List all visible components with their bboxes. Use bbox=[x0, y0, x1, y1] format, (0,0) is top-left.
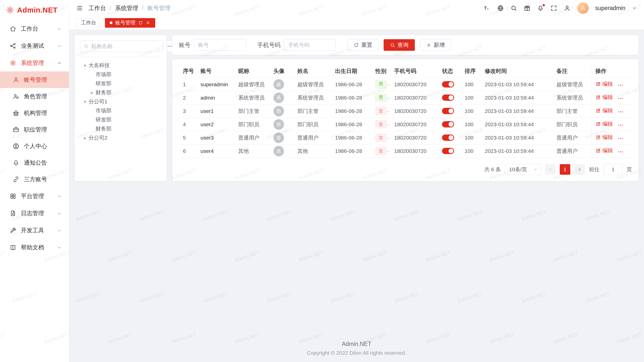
close-tab-icon[interactable] bbox=[146, 20, 150, 25]
tree-node-label: 研发部 bbox=[96, 80, 111, 87]
sidebar-item-platform[interactable]: 平台管理 bbox=[0, 188, 69, 205]
row-more-button[interactable] bbox=[618, 135, 624, 142]
sidebar-subitem-account[interactable]: 账号管理 bbox=[0, 71, 69, 88]
cell-modified: 2023-01-03 10:59:44 bbox=[481, 118, 552, 131]
profile-icon[interactable] bbox=[564, 5, 571, 12]
sidebar-subitem-notice[interactable]: 通知公告 bbox=[0, 154, 69, 171]
status-toggle[interactable] bbox=[442, 81, 454, 87]
sidebar-item-business-test[interactable]: 业务测试 bbox=[0, 37, 69, 54]
tree-node[interactable]: ▾ 分公司1 bbox=[80, 97, 161, 106]
search-button[interactable]: 查询 bbox=[384, 39, 415, 51]
cell-order: 100 bbox=[461, 118, 481, 131]
notification-bell[interactable] bbox=[537, 5, 544, 12]
sidebar-subitem-label: 通知公告 bbox=[24, 159, 62, 167]
edit-icon bbox=[595, 81, 601, 87]
row-more-button[interactable] bbox=[618, 149, 624, 155]
org-search-field bbox=[80, 40, 164, 52]
font-size-icon[interactable]: Tt bbox=[484, 5, 491, 12]
edit-button[interactable]: 编辑 bbox=[595, 107, 613, 114]
status-toggle[interactable] bbox=[442, 134, 454, 141]
cell-birth: 1986-06-28 bbox=[331, 104, 371, 118]
account-table: 序号账号昵称头像姓名出生日期性别手机号码状态排序修改时间备注操作 1 super… bbox=[179, 65, 632, 158]
cell-avatar: 部 bbox=[269, 104, 293, 118]
page-number-1[interactable]: 1 bbox=[560, 164, 570, 175]
phone-input[interactable] bbox=[284, 39, 336, 51]
edit-button[interactable]: 编辑 bbox=[595, 134, 613, 141]
username[interactable]: superadmin bbox=[595, 5, 625, 12]
svg-text:T: T bbox=[484, 6, 487, 11]
tab-label: 工作台 bbox=[81, 19, 96, 26]
row-more-button[interactable] bbox=[618, 122, 624, 128]
breadcrumb-item[interactable]: 账号管理 bbox=[147, 4, 171, 12]
sidebar-subitem-org[interactable]: 机构管理 bbox=[0, 105, 69, 121]
table-row: 6 user4 其他 其 其他 1986-06-28 女 18020030720… bbox=[179, 144, 632, 158]
row-more-button[interactable] bbox=[618, 96, 624, 102]
tree-node[interactable]: 研发部 bbox=[80, 79, 161, 88]
edit-button[interactable]: 编辑 bbox=[595, 80, 613, 87]
hamburger-icon[interactable] bbox=[76, 5, 83, 12]
status-toggle[interactable] bbox=[442, 95, 454, 101]
sidebar-subitem-third-account[interactable]: 三方账号 bbox=[0, 171, 69, 188]
cell-account: admin bbox=[196, 91, 234, 104]
edit-icon bbox=[595, 95, 601, 100]
tree-node[interactable]: ▸ 分公司2 bbox=[80, 133, 161, 142]
account-input[interactable] bbox=[194, 39, 246, 51]
user-avatar[interactable] bbox=[577, 2, 589, 14]
sidebar-subitem-position[interactable]: 职位管理 bbox=[0, 121, 69, 138]
sidebar-subitem-role[interactable]: 角色管理 bbox=[0, 88, 69, 105]
sidebar-subitem-profile[interactable]: 个人中心 bbox=[0, 138, 69, 154]
globe-icon[interactable] bbox=[497, 5, 504, 12]
goto-page-input[interactable] bbox=[603, 164, 623, 175]
status-toggle[interactable] bbox=[442, 148, 454, 154]
sidebar-item-devtools[interactable]: 开发工具 bbox=[0, 222, 69, 239]
sidebar-item-help[interactable]: 帮助文档 bbox=[0, 239, 69, 256]
tree-node[interactable]: 市场部 bbox=[80, 70, 161, 79]
breadcrumb-item[interactable]: 工作台 bbox=[89, 4, 106, 12]
edit-button[interactable]: 编辑 bbox=[595, 147, 613, 154]
breadcrumb-item[interactable]: 系统管理 bbox=[115, 4, 138, 12]
cell-remark: 普通用户 bbox=[552, 144, 591, 158]
prev-page-button[interactable] bbox=[545, 164, 556, 175]
refresh-tab-icon[interactable] bbox=[138, 20, 143, 25]
fullscreen-icon[interactable] bbox=[550, 5, 557, 12]
pagination-total: 共 6 条 bbox=[484, 166, 501, 173]
cell-index: 6 bbox=[179, 144, 196, 158]
reset-button[interactable]: 重置 bbox=[347, 39, 379, 51]
tree-node[interactable]: ▾ 大名科技 bbox=[80, 61, 161, 70]
tree-node[interactable]: 市场部 bbox=[80, 106, 161, 115]
page-size-select[interactable]: 10条/页 bbox=[505, 164, 541, 175]
cell-status bbox=[438, 131, 461, 144]
tree-node[interactable]: 研发部 bbox=[80, 115, 161, 124]
cell-phone: 18020030720 bbox=[390, 91, 438, 104]
footer-copyright: Copyright © 2022 Dilon All rights reserv… bbox=[74, 350, 639, 356]
tree-node[interactable]: 财务部 bbox=[80, 124, 161, 133]
org-search-input[interactable] bbox=[91, 43, 160, 50]
gender-tag: 男 bbox=[375, 80, 387, 88]
job-icon bbox=[13, 126, 19, 133]
add-button[interactable]: 新增 bbox=[420, 39, 451, 51]
cell-actions: 编辑 bbox=[591, 91, 632, 104]
edit-button[interactable]: 编辑 bbox=[595, 94, 613, 101]
topbar: 工作台/系统管理/账号管理 Tt superadmin bbox=[69, 0, 644, 16]
doc-icon bbox=[10, 244, 16, 251]
search-icon[interactable] bbox=[510, 5, 517, 12]
next-page-button[interactable] bbox=[574, 164, 585, 175]
cell-remark: 普通用户 bbox=[552, 131, 591, 144]
tab-account[interactable]: 账号管理 bbox=[105, 18, 155, 28]
edit-button[interactable]: 编辑 bbox=[595, 120, 613, 127]
status-toggle[interactable] bbox=[442, 108, 454, 114]
reset-label: 重置 bbox=[361, 41, 372, 49]
sidebar-item-system[interactable]: 系统管理 bbox=[0, 54, 69, 71]
tab-label: 账号管理 bbox=[115, 19, 135, 26]
sidebar-item-log[interactable]: 日志管理 bbox=[0, 205, 69, 222]
cell-index: 2 bbox=[179, 91, 196, 104]
row-more-button[interactable] bbox=[618, 109, 624, 115]
breadcrumb-separator: / bbox=[110, 5, 111, 12]
tab-workbench[interactable]: 工作台 bbox=[76, 18, 101, 28]
sidebar-item-workbench[interactable]: 工作台 bbox=[0, 20, 69, 37]
gift-icon[interactable] bbox=[524, 5, 531, 12]
logo[interactable]: Admin.NET bbox=[0, 0, 69, 20]
row-more-button[interactable] bbox=[618, 82, 624, 88]
tree-node[interactable]: ▸ 财务部 bbox=[80, 88, 161, 97]
status-toggle[interactable] bbox=[442, 121, 454, 127]
